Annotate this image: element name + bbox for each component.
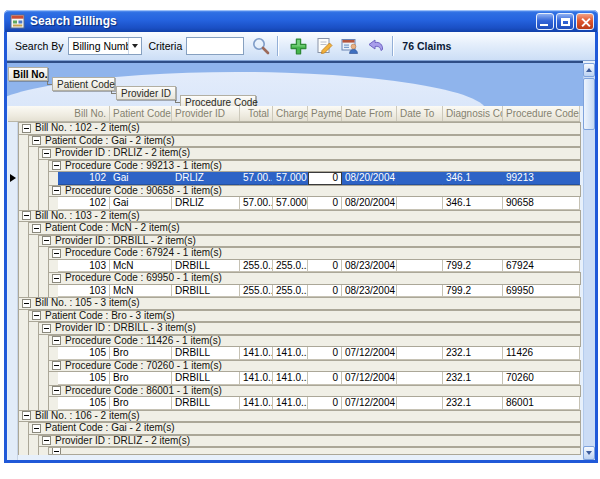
group-row[interactable]: Bill No. : 106 - 2 item(s) xyxy=(18,410,581,423)
cell-procedure-code[interactable]: 86001 xyxy=(503,397,580,410)
header-total[interactable]: Total xyxy=(240,106,273,121)
header-date-to[interactable]: Date To xyxy=(397,106,443,121)
data-row[interactable]: 105BroDRBILL141.0...141.0...007/12/20042… xyxy=(18,372,581,385)
cell-charges[interactable]: 57.0000 xyxy=(273,197,308,210)
header-payme[interactable]: Payme... xyxy=(308,106,342,121)
cell-total[interactable]: 141.0... xyxy=(240,397,273,410)
cell-date-to[interactable] xyxy=(397,172,443,185)
cell-charges[interactable]: 57.0000 xyxy=(273,172,308,185)
group-box[interactable]: Provider ID : DRBILL - 3 item(s) xyxy=(38,322,581,335)
post-claim-icon[interactable] xyxy=(365,35,387,57)
dropdown-arrow-icon[interactable] xyxy=(128,38,141,54)
cell-date-from[interactable]: 08/23/2004 xyxy=(342,285,397,298)
cell-diagnosis-code[interactable]: 232.1 xyxy=(443,347,503,360)
collapse-icon[interactable] xyxy=(32,311,41,320)
collapse-icon[interactable] xyxy=(52,186,61,195)
cell-diagnosis-code[interactable]: 346.1 xyxy=(443,172,503,185)
header-bill-no[interactable]: Bill No. xyxy=(18,106,110,121)
group-box[interactable]: Provider ID : DRBILL - 2 item(s) xyxy=(38,235,581,248)
cell-patient-code[interactable]: Bro xyxy=(110,347,172,360)
group-box[interactable] xyxy=(48,447,581,455)
cell-provider-id[interactable]: DRBILL xyxy=(172,260,240,273)
group-row[interactable]: Provider ID : DRLIZ - 2 item(s) xyxy=(18,147,581,160)
search-by-combobox[interactable]: Billing Number xyxy=(68,37,142,55)
minimize-button[interactable] xyxy=(536,13,554,30)
group-row[interactable]: Provider ID : DRBILL - 3 item(s) xyxy=(18,322,581,335)
data-row[interactable]: 102GaiDRLIZ57.00...57.0000008/20/2004346… xyxy=(18,172,581,185)
cell-payme[interactable]: 0 xyxy=(308,285,342,298)
cell-procedure-code[interactable]: 99213 xyxy=(503,172,580,185)
group-box[interactable]: Provider ID : DRLIZ - 2 item(s) xyxy=(38,147,581,160)
cell-charges[interactable]: 255.0... xyxy=(273,260,308,273)
data-row[interactable]: 105BroDRBILL141.0...141.0...007/12/20042… xyxy=(18,347,581,360)
collapse-icon[interactable] xyxy=(52,161,61,170)
cell-provider-id[interactable]: DRBILL xyxy=(172,347,240,360)
cell-procedure-code[interactable]: 11426 xyxy=(503,347,580,360)
collapse-icon[interactable] xyxy=(42,324,51,333)
data-row[interactable]: 105BroDRBILL141.0...141.0...007/12/20042… xyxy=(18,397,581,410)
cell-date-to[interactable] xyxy=(397,347,443,360)
group-row[interactable]: Bill No. : 102 - 2 item(s) xyxy=(18,122,581,135)
cell-bill-no[interactable]: 105 xyxy=(58,397,110,410)
cell-date-to[interactable] xyxy=(397,372,443,385)
cell-bill-no[interactable]: 105 xyxy=(58,347,110,360)
cell-procedure-code[interactable]: 67924 xyxy=(503,260,580,273)
header-diagnosis-code[interactable]: Diagnosis Code xyxy=(443,106,503,121)
titlebar[interactable]: Search Billings xyxy=(4,10,598,32)
cell-charges[interactable]: 141.0... xyxy=(273,372,308,385)
group-row[interactable]: Procedure Code : 70260 - 1 item(s) xyxy=(18,360,581,373)
group-by-provider-id[interactable]: Provider ID xyxy=(116,86,176,100)
cell-patient-code[interactable]: Bro xyxy=(110,397,172,410)
collapse-icon[interactable] xyxy=(42,236,51,245)
group-by-patient-code[interactable]: Patient Code xyxy=(52,77,115,91)
vertical-scrollbar[interactable] xyxy=(583,63,595,460)
data-row[interactable]: 103McNDRBILL255.0...255.0...008/23/20047… xyxy=(18,285,581,298)
collapse-icon[interactable] xyxy=(42,149,51,158)
cell-date-from[interactable]: 07/12/2004 xyxy=(342,372,397,385)
header-patient-code[interactable]: Patient Code xyxy=(110,106,172,121)
search-icon[interactable] xyxy=(250,35,272,57)
cell-patient-code[interactable]: McN xyxy=(110,260,172,273)
cell-payme[interactable]: 0 xyxy=(308,260,342,273)
collapse-icon[interactable] xyxy=(22,411,31,420)
group-row[interactable]: Patient Code : Gai - 2 item(s) xyxy=(18,422,581,435)
cell-date-from[interactable]: 08/20/2004 xyxy=(342,172,397,185)
group-box[interactable]: Bill No. : 102 - 2 item(s) xyxy=(18,122,581,135)
criteria-input[interactable] xyxy=(186,37,244,55)
group-row[interactable]: Bill No. : 103 - 2 item(s) xyxy=(18,210,581,223)
group-box[interactable]: Provider ID : DRLIZ - 2 item(s) xyxy=(38,435,581,448)
collapse-icon[interactable] xyxy=(52,447,61,455)
scroll-down-button[interactable] xyxy=(583,446,595,460)
cell-date-to[interactable] xyxy=(397,197,443,210)
cell-diagnosis-code[interactable]: 232.1 xyxy=(443,372,503,385)
group-row[interactable]: Procedure Code : 99213 - 1 item(s) xyxy=(18,160,581,173)
collapse-icon[interactable] xyxy=(32,224,41,233)
group-box[interactable]: Procedure Code : 69950 - 1 item(s) xyxy=(48,272,581,285)
cell-total[interactable]: 57.00... xyxy=(240,197,273,210)
group-box[interactable]: Patient Code : McN - 2 item(s) xyxy=(28,222,581,235)
collapse-icon[interactable] xyxy=(52,336,61,345)
cell-diagnosis-code[interactable]: 799.2 xyxy=(443,285,503,298)
header-provider-id[interactable]: Provider ID xyxy=(172,106,240,121)
group-row[interactable]: Procedure Code : 86001 - 1 item(s) xyxy=(18,385,581,398)
collapse-icon[interactable] xyxy=(22,211,31,220)
cell-bill-no[interactable]: 105 xyxy=(58,372,110,385)
group-row[interactable]: Procedure Code : 69950 - 1 item(s) xyxy=(18,272,581,285)
close-button[interactable] xyxy=(576,13,594,30)
payment-edit-cell[interactable]: 0 xyxy=(308,172,342,185)
cell-payme[interactable]: 0 xyxy=(308,397,342,410)
collapse-icon[interactable] xyxy=(52,274,61,283)
add-claim-icon[interactable] xyxy=(287,35,309,57)
cell-payme[interactable]: 0 xyxy=(308,347,342,360)
header-date-from[interactable]: Date From xyxy=(342,106,397,121)
cell-date-to[interactable] xyxy=(397,285,443,298)
cell-bill-no[interactable]: 102 xyxy=(58,197,110,210)
cell-date-to[interactable] xyxy=(397,397,443,410)
cell-payme[interactable]: 0 xyxy=(308,372,342,385)
edit-claim-icon[interactable] xyxy=(313,35,335,57)
group-row[interactable]: Patient Code : Gai - 2 item(s) xyxy=(18,135,581,148)
cell-diagnosis-code[interactable]: 232.1 xyxy=(443,397,503,410)
data-row[interactable]: 102GaiDRLIZ57.00...57.0000008/20/2004346… xyxy=(18,197,581,210)
cell-provider-id[interactable]: DRBILL xyxy=(172,397,240,410)
group-row[interactable]: Provider ID : DRLIZ - 2 item(s) xyxy=(18,435,581,448)
